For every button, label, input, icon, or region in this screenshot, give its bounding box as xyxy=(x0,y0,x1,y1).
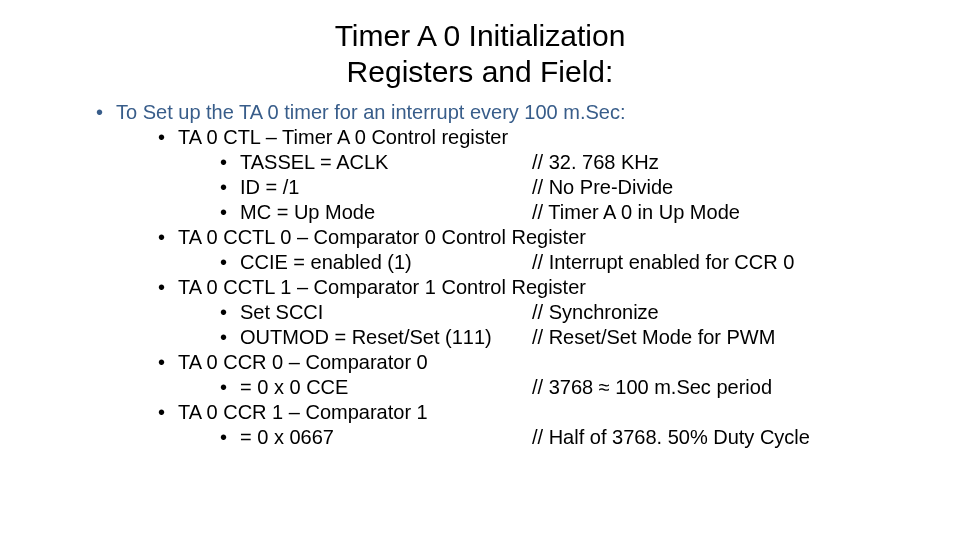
field-setting: OUTMOD = Reset/Set (111) xyxy=(240,325,532,350)
field-comment: // Reset/Set Mode for PWM xyxy=(532,325,910,350)
slide-body: To Set up the TA 0 timer for an interrup… xyxy=(0,96,960,450)
field-item: ID = /1 // No Pre-Divide xyxy=(214,175,910,200)
field-comment: // 3768 ≈ 100 m.Sec period xyxy=(532,375,910,400)
register-name: TA 0 CCTL 1 – Comparator 1 Control Regis… xyxy=(178,276,586,298)
field-comment: // No Pre-Divide xyxy=(532,175,910,200)
field-item: TASSEL = ACLK // 32. 768 KHz xyxy=(214,150,910,175)
register-name: TA 0 CCR 0 – Comparator 0 xyxy=(178,351,428,373)
bullet-list-level-2: TA 0 CTL – Timer A 0 Control register TA… xyxy=(152,125,910,450)
register-item: TA 0 CCTL 0 – Comparator 0 Control Regis… xyxy=(152,225,910,275)
intro-bullet: To Set up the TA 0 timer for an interrup… xyxy=(90,100,910,450)
field-setting: = 0 x 0 CCE xyxy=(240,375,532,400)
field-setting: MC = Up Mode xyxy=(240,200,532,225)
field-setting: TASSEL = ACLK xyxy=(240,150,532,175)
register-item: TA 0 CTL – Timer A 0 Control register TA… xyxy=(152,125,910,225)
field-comment: // Interrupt enabled for CCR 0 xyxy=(532,250,910,275)
field-item: CCIE = enabled (1) // Interrupt enabled … xyxy=(214,250,910,275)
register-name: TA 0 CCTL 0 – Comparator 0 Control Regis… xyxy=(178,226,586,248)
field-comment: // Half of 3768. 50% Duty Cycle xyxy=(532,425,910,450)
slide-title: Timer A 0 Initialization Registers and F… xyxy=(0,0,960,96)
field-setting: Set SCCI xyxy=(240,300,532,325)
register-item: TA 0 CCR 0 – Comparator 0 = 0 x 0 CCE //… xyxy=(152,350,910,400)
intro-text: To Set up the TA 0 timer for an interrup… xyxy=(116,101,626,123)
title-line-2: Registers and Field: xyxy=(0,54,960,90)
bullet-list-level-3: TASSEL = ACLK // 32. 768 KHz ID = /1 // … xyxy=(214,150,910,225)
field-comment: // Timer A 0 in Up Mode xyxy=(532,200,910,225)
field-item: MC = Up Mode // Timer A 0 in Up Mode xyxy=(214,200,910,225)
bullet-list-level-3: Set SCCI // Synchronize OUTMOD = Reset/S… xyxy=(214,300,910,350)
field-setting: ID = /1 xyxy=(240,175,532,200)
register-name: TA 0 CCR 1 – Comparator 1 xyxy=(178,401,428,423)
bullet-list-level-3: CCIE = enabled (1) // Interrupt enabled … xyxy=(214,250,910,275)
field-setting: CCIE = enabled (1) xyxy=(240,250,532,275)
bullet-list-level-3: = 0 x 0 CCE // 3768 ≈ 100 m.Sec period xyxy=(214,375,910,400)
register-item: TA 0 CCR 1 – Comparator 1 = 0 x 0667 // … xyxy=(152,400,910,450)
field-setting: = 0 x 0667 xyxy=(240,425,532,450)
register-item: TA 0 CCTL 1 – Comparator 1 Control Regis… xyxy=(152,275,910,350)
slide: Timer A 0 Initialization Registers and F… xyxy=(0,0,960,540)
title-line-1: Timer A 0 Initialization xyxy=(0,18,960,54)
field-item: = 0 x 0667 // Half of 3768. 50% Duty Cyc… xyxy=(214,425,910,450)
register-name: TA 0 CTL – Timer A 0 Control register xyxy=(178,126,508,148)
field-item: OUTMOD = Reset/Set (111) // Reset/Set Mo… xyxy=(214,325,910,350)
field-item: = 0 x 0 CCE // 3768 ≈ 100 m.Sec period xyxy=(214,375,910,400)
field-item: Set SCCI // Synchronize xyxy=(214,300,910,325)
field-comment: // 32. 768 KHz xyxy=(532,150,910,175)
bullet-list-level-3: = 0 x 0667 // Half of 3768. 50% Duty Cyc… xyxy=(214,425,910,450)
bullet-list-level-1: To Set up the TA 0 timer for an interrup… xyxy=(90,100,910,450)
field-comment: // Synchronize xyxy=(532,300,910,325)
